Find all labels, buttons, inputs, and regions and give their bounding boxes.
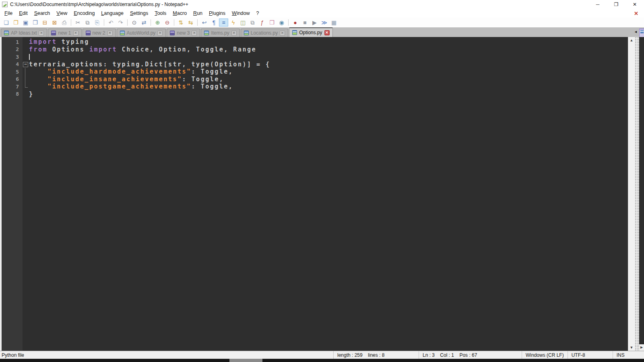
tab-items-py[interactable]: Items.py✕	[201, 29, 239, 37]
fold-margin	[23, 53, 29, 61]
menu-item-file[interactable]: File	[1, 10, 16, 16]
floppy-disk-icon	[170, 31, 175, 35]
tab-new-3[interactable]: new 3✕	[167, 29, 200, 37]
menu-item-tools[interactable]: Tools	[151, 10, 169, 16]
code-line: 6 "include_insane_achievements": Toggle,	[2, 76, 628, 83]
scroll-up-icon[interactable]: ▲	[630, 37, 634, 43]
code-segment-kw: import	[89, 46, 117, 53]
code-line: 7 "include_postgame_achievements": Toggl…	[2, 83, 628, 90]
print-icon[interactable]: ⎙	[60, 19, 69, 27]
macro-record-icon[interactable]: ●	[291, 19, 300, 27]
toolbar-separator	[197, 19, 198, 26]
tab-close-icon[interactable]: ✕	[324, 30, 330, 35]
close-document-icon[interactable]: ✕	[634, 10, 638, 16]
tab-ap-ideas-txt[interactable]: AP Ideas.txt✕	[1, 29, 47, 37]
toolbar-separator	[71, 19, 71, 26]
macro-save-icon[interactable]: ▦	[329, 19, 339, 27]
line-number: 4	[2, 61, 23, 67]
tab-label: Options.py	[299, 30, 322, 35]
show-all-characters-icon[interactable]: ¶	[209, 19, 219, 27]
fold-end-icon	[23, 83, 29, 90]
menu-item-window[interactable]: Window	[229, 10, 253, 16]
macro-stop-icon[interactable]: ■	[300, 19, 310, 27]
zoom-out-icon[interactable]: ⊖	[163, 19, 172, 27]
define-language-icon[interactable]: ϟ	[229, 19, 238, 27]
monitoring-icon[interactable]: ◉	[277, 19, 286, 27]
menu-item-language[interactable]: Language	[98, 10, 127, 16]
indent-guide-icon[interactable]: ≡	[219, 19, 228, 27]
copy-icon[interactable]: ⧉	[83, 19, 92, 27]
second-view-sliver: ▶	[639, 37, 644, 351]
floppy-disk-icon	[51, 31, 56, 35]
menu-item-macro[interactable]: Macro	[169, 10, 190, 16]
undo-icon[interactable]: ↶	[106, 19, 116, 27]
toolbar-separator	[288, 19, 289, 26]
document-map-icon[interactable]: ◫	[238, 19, 248, 27]
vertical-scrollbar[interactable]: ▲ ▼	[628, 37, 635, 351]
sync-horizontal-icon[interactable]: ⇆	[186, 19, 195, 27]
toolbar-separator	[104, 19, 104, 26]
tab-close-icon[interactable]: ✕	[157, 31, 163, 36]
floppy-disk-icon	[86, 31, 91, 35]
code-editor[interactable]: 1import typing2from Options import Choic…	[2, 37, 628, 351]
tab-locations-py[interactable]: Locations.py✕	[241, 29, 288, 37]
scroll-down-icon[interactable]: ▼	[630, 344, 634, 351]
tab-close-icon[interactable]: ✕	[107, 31, 113, 36]
new-file-icon[interactable]: ❏	[2, 19, 11, 27]
save-all-icon[interactable]: ❒	[31, 19, 40, 27]
tab-close-icon[interactable]: ✕	[39, 31, 44, 36]
find-icon[interactable]: ⊙	[130, 19, 139, 27]
menu-item-settings[interactable]: Settings	[127, 10, 151, 16]
scroll-right-icon[interactable]: ▶	[639, 344, 644, 351]
minimize-button[interactable]: ─	[588, 0, 607, 9]
fold-start-icon[interactable]	[23, 61, 29, 68]
second-view-tab-sliver[interactable]	[639, 29, 644, 37]
function-list-icon[interactable]: ƒ	[258, 19, 267, 27]
folder-as-workspace-icon[interactable]: ❒	[267, 19, 277, 27]
menu-item-run[interactable]: Run	[190, 10, 206, 16]
tab-new-2[interactable]: new 2✕	[83, 29, 116, 37]
taskbar-edge	[0, 359, 644, 362]
code-segment-def: : Toggle,	[192, 83, 233, 90]
restore-button[interactable]: ❐	[607, 0, 625, 9]
tab-close-icon[interactable]: ✕	[73, 31, 78, 36]
open-icon[interactable]: ❐	[11, 19, 21, 27]
code-line: 3	[2, 53, 628, 61]
menu-item-[interactable]: ?	[253, 10, 262, 16]
code-segment-str: "include_hardmode_achievements"	[47, 68, 191, 75]
redo-icon[interactable]: ↷	[116, 19, 125, 27]
tab-label: Locations.py	[251, 30, 278, 36]
zoom-in-icon[interactable]: ⊕	[153, 19, 162, 27]
tab-close-icon[interactable]: ✕	[192, 31, 197, 36]
menu-item-edit[interactable]: Edit	[16, 10, 31, 16]
tab-scroll-left-icon[interactable]: ◄	[634, 30, 639, 37]
macro-run-multiple-icon[interactable]: ≫	[320, 19, 329, 27]
tab-autoworld-py[interactable]: AutoWorld.py✕	[117, 29, 166, 37]
save-icon[interactable]: ▣	[21, 19, 30, 27]
macro-play-icon[interactable]: ▶	[310, 19, 319, 27]
sync-vertical-icon[interactable]: ⇅	[176, 19, 186, 27]
tab-options-py[interactable]: Options.py✕	[289, 27, 332, 37]
menu-item-plugins[interactable]: Plugins	[206, 10, 229, 16]
tab-close-icon[interactable]: ✕	[231, 31, 237, 36]
menu-item-view[interactable]: View	[53, 10, 70, 16]
tab-close-icon[interactable]: ✕	[280, 31, 285, 36]
notepadpp-logo-icon	[2, 2, 8, 7]
code-text: terraria_options: typing.Dict[str, type(…	[29, 61, 270, 68]
document-list-icon[interactable]: ⧉	[248, 19, 257, 27]
floppy-disk-icon	[4, 31, 9, 35]
word-wrap-icon[interactable]: ↩	[200, 19, 209, 27]
line-number: 8	[2, 91, 23, 97]
close-button[interactable]: ✕	[625, 0, 644, 9]
menu-item-encoding[interactable]: Encoding	[70, 10, 98, 16]
menu-item-search[interactable]: Search	[31, 10, 54, 16]
tab-label: AP Ideas.txt	[11, 30, 37, 36]
close-all-icon[interactable]: ⊠	[50, 19, 59, 27]
cut-icon[interactable]: ✂	[73, 19, 83, 27]
tab-new-1[interactable]: new 1✕	[48, 29, 81, 37]
close-doc-icon[interactable]: ⊟	[40, 19, 50, 27]
replace-icon[interactable]: ⇄	[139, 19, 149, 27]
paste-icon[interactable]: ⎘	[93, 19, 102, 27]
code-text: import typing	[29, 38, 89, 46]
view-splitter[interactable]	[635, 37, 639, 351]
